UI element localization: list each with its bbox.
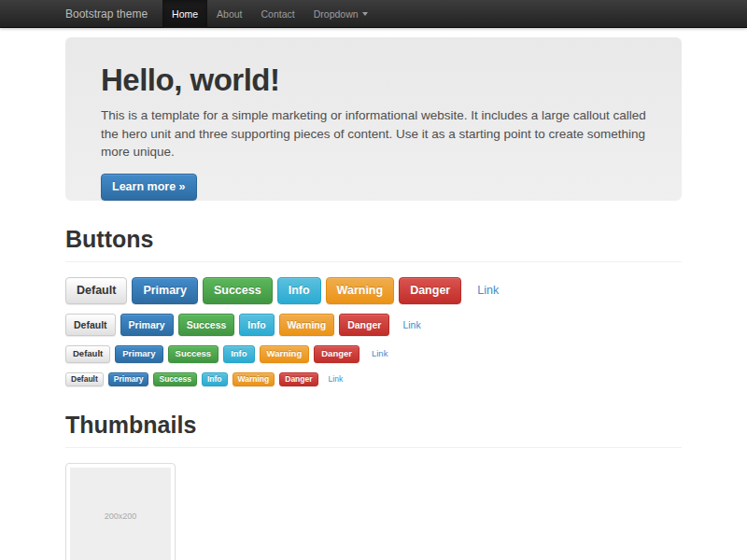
danger-button-sm[interactable]: Danger [314,345,359,363]
link-button-lg[interactable]: Link [466,277,510,304]
navbar-brand[interactable]: Bootstrap theme [65,0,148,28]
button-row-sm: DefaultPrimarySuccessInfoWarningDangerLi… [65,345,682,363]
button-rows: DefaultPrimarySuccessInfoWarningDangerLi… [65,277,682,386]
default-button-lg[interactable]: Default [65,277,127,304]
hero: Hello, world! This is a template for a s… [65,37,682,201]
success-button-md[interactable]: Success [178,314,235,336]
primary-button-xs[interactable]: Primary [108,372,149,386]
navbar-container: Bootstrap theme HomeAboutContactDropdown [65,0,682,28]
button-row-xs: DefaultPrimarySuccessInfoWarningDangerLi… [65,372,682,386]
default-button-md[interactable]: Default [65,314,116,336]
navbar: Bootstrap theme HomeAboutContactDropdown [0,0,747,28]
primary-button-lg[interactable]: Primary [132,277,198,304]
hero-title: Hello, world! [101,63,646,97]
buttons-heading: Buttons [65,226,682,262]
warning-button-lg[interactable]: Warning [326,277,395,304]
hero-description: This is a template for a simple marketin… [101,106,646,161]
button-row-md: DefaultPrimarySuccessInfoWarningDangerLi… [65,314,682,336]
default-button-sm[interactable]: Default [65,345,110,363]
thumbnails-heading: Thumbnails [65,412,682,448]
nav-item-about[interactable]: About [207,0,251,28]
nav-item-home[interactable]: Home [162,0,207,28]
nav-item-label: Contact [261,8,295,20]
info-button-lg[interactable]: Info [277,277,321,304]
link-button-sm[interactable]: Link [364,345,395,363]
nav-item-label: Dropdown [314,8,359,20]
placeholder-image: 200x200 [70,468,171,560]
page-container: Hello, world! This is a template for a s… [65,37,682,560]
nav-item-contact[interactable]: Contact [252,0,304,28]
primary-button-sm[interactable]: Primary [115,345,162,363]
navbar-menu: HomeAboutContactDropdown [162,0,377,28]
link-button-xs[interactable]: Link [323,372,349,386]
default-button-xs[interactable]: Default [65,372,104,386]
info-button-sm[interactable]: Info [223,345,254,363]
info-button-md[interactable]: Info [239,314,274,336]
warning-button-sm[interactable]: Warning [260,345,310,363]
learn-more-button[interactable]: Learn more » [101,174,197,201]
danger-button-xs[interactable]: Danger [279,372,317,386]
nav-item-dropdown[interactable]: Dropdown [304,0,377,28]
success-button-sm[interactable]: Success [168,345,219,363]
thumbnail-row: 200x200 [65,463,682,560]
nav-item-label: About [217,8,242,20]
warning-button-md[interactable]: Warning [279,314,335,336]
primary-button-md[interactable]: Primary [120,314,174,336]
success-button-lg[interactable]: Success [203,277,273,304]
success-button-xs[interactable]: Success [153,372,197,386]
placeholder-label: 200x200 [105,511,137,521]
button-row-lg: DefaultPrimarySuccessInfoWarningDangerLi… [65,277,682,304]
link-button-md[interactable]: Link [394,314,429,336]
caret-down-icon [362,12,368,16]
danger-button-md[interactable]: Danger [339,314,389,336]
nav-item-label: Home [172,8,198,20]
thumbnail[interactable]: 200x200 [65,463,176,560]
warning-button-xs[interactable]: Warning [233,372,275,386]
danger-button-lg[interactable]: Danger [399,277,461,304]
info-button-xs[interactable]: Info [202,372,228,386]
